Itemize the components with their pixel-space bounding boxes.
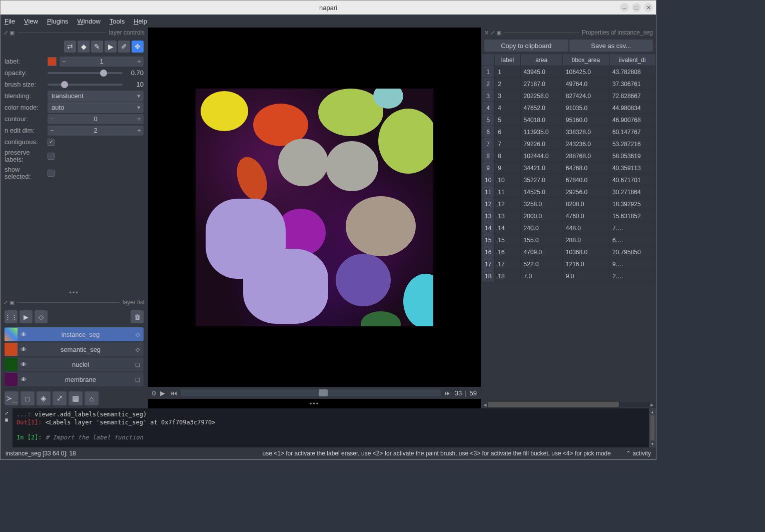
layer-item-semantic_seg[interactable]: 👁 semantic_seg ◇ xyxy=(5,342,144,356)
label-increment[interactable]: + xyxy=(135,58,144,65)
contiguous-label: contiguous: xyxy=(5,138,45,146)
layer-item-nuclei[interactable]: 👁 nuclei ▢ xyxy=(5,357,144,371)
blending-select[interactable]: translucent xyxy=(48,91,144,102)
table-row[interactable]: 66113935.0338328.060.147767 xyxy=(482,126,656,138)
table-header[interactable] xyxy=(482,54,495,66)
shuffle-colors-button[interactable]: ⇄ xyxy=(64,41,76,53)
table-row[interactable]: 111114525.029256.030.271864 xyxy=(482,186,656,198)
close-button[interactable]: ✕ xyxy=(644,3,653,12)
label-label: label: xyxy=(5,58,45,65)
grid-button[interactable]: ▦ xyxy=(69,391,83,405)
dock-float-icon[interactable]: ▣ xyxy=(5,417,8,422)
menu-plugins[interactable]: Plugins xyxy=(47,18,69,25)
menu-file[interactable]: File xyxy=(5,18,15,25)
dock-undock-icon[interactable]: ⤢ ▣ xyxy=(4,299,15,306)
label-spinner[interactable]: − 1 + xyxy=(60,57,144,67)
colormode-select[interactable]: auto xyxy=(48,102,144,113)
menu-view[interactable]: View xyxy=(24,18,38,25)
menu-tools[interactable]: Tools xyxy=(110,18,125,25)
delete-layer-button[interactable]: 🗑 xyxy=(131,310,144,323)
table-row[interactable]: 18187.09.02.… xyxy=(482,270,656,282)
visibility-toggle-icon[interactable]: 👁 xyxy=(18,376,30,383)
label-decrement[interactable]: − xyxy=(60,58,69,65)
new-points-button[interactable]: ⋮⋮ xyxy=(5,310,18,323)
table-header[interactable]: iivalent_di xyxy=(609,54,655,66)
table-row[interactable]: 16164709.010368.020.795850 xyxy=(482,246,656,258)
table-row[interactable]: 2227187.049764.037.306761 xyxy=(482,78,656,90)
ndisplay-button[interactable]: □ xyxy=(21,391,35,405)
preserve-checkbox[interactable] xyxy=(48,153,55,160)
minimize-button[interactable]: – xyxy=(620,3,629,12)
table-row[interactable]: 33202258.0827424.072.828667 xyxy=(482,90,656,102)
brush-slider[interactable] xyxy=(48,80,123,90)
panel-drag-handle[interactable]: ••• xyxy=(1,288,148,297)
nedit-spinner[interactable]: − 2 + xyxy=(48,126,144,136)
picker-button[interactable]: ✐ xyxy=(118,41,130,53)
roll-dims-button[interactable]: ◈ xyxy=(37,391,51,405)
visibility-toggle-icon[interactable]: 👁 xyxy=(18,331,30,338)
layer-type-icon: ◇ xyxy=(132,346,144,353)
new-labels-button[interactable]: ◇ xyxy=(35,310,48,323)
table-row[interactable]: 1515155.0288.06.… xyxy=(482,234,656,246)
table-header[interactable]: bbox_area xyxy=(562,54,609,66)
properties-table[interactable]: labelareabbox_areaiivalent_di1143945.010… xyxy=(481,54,656,400)
console-toggle-button[interactable]: ≻_ xyxy=(5,391,19,405)
table-row[interactable]: 1414240.0448.07.… xyxy=(482,222,656,234)
statusbar: instance_seg [33 64 0]: 18 use <1> for a… xyxy=(1,447,656,459)
layer-type-icon: ▢ xyxy=(132,376,144,383)
new-shapes-button[interactable]: ▶ xyxy=(20,310,33,323)
table-row[interactable]: 13132000.04760.015.631852 xyxy=(482,210,656,222)
table-row[interactable]: 7779226.0243236.053.287216 xyxy=(482,138,656,150)
fill-button[interactable]: ▶ xyxy=(105,41,117,53)
viewer-canvas[interactable] xyxy=(148,28,481,387)
panzoom-button[interactable]: ✥ xyxy=(132,41,144,53)
paintbrush-button[interactable]: ✎ xyxy=(91,41,103,53)
table-row[interactable]: 12123258.08208.018.392925 xyxy=(482,198,656,210)
scroll-up-icon[interactable]: ▴ xyxy=(651,409,653,414)
step-fwd-button[interactable]: ⏭ xyxy=(444,389,452,397)
save-csv-button[interactable]: Save as csv... xyxy=(569,40,653,52)
menu-window[interactable]: Window xyxy=(78,18,101,25)
dock-close-icon[interactable]: ✕ ⤢ ▣ xyxy=(484,30,501,36)
table-header[interactable]: label xyxy=(495,54,520,66)
table-row[interactable]: 101035227.067840.040.671701 xyxy=(482,174,656,186)
layer-item-membrane[interactable]: 👁 membrane ▢ xyxy=(5,372,144,386)
table-row[interactable]: 5554018.095160.046.900768 xyxy=(482,114,656,126)
activity-indicator[interactable]: ⌃ activity xyxy=(626,450,651,457)
eraser-button[interactable]: ◆ xyxy=(78,41,90,53)
preserve-label: preserve labels: xyxy=(5,149,45,163)
menu-help[interactable]: Help xyxy=(134,18,147,25)
play-button[interactable]: ▶ xyxy=(159,389,167,397)
scroll-down-icon[interactable]: ▾ xyxy=(651,441,653,446)
properties-title: Properties of instance_seg xyxy=(582,29,653,36)
showsel-checkbox[interactable] xyxy=(48,170,55,177)
table-horizontal-scrollbar[interactable]: ◂ ▸ xyxy=(481,400,656,408)
label-color-swatch[interactable] xyxy=(48,57,57,66)
table-row[interactable]: 9934421.064768.040.359113 xyxy=(482,162,656,174)
table-row[interactable]: 4447652.091035.044.980834 xyxy=(482,102,656,114)
table-header[interactable]: area xyxy=(520,54,562,66)
ipython-console[interactable]: ⤢ ▣ ...: viewer.add_labels(semantic_seg)… xyxy=(1,408,656,447)
contour-label: contour: xyxy=(5,115,45,123)
copy-clipboard-button[interactable]: Copy to clipboard xyxy=(484,40,568,52)
visibility-toggle-icon[interactable]: 👁 xyxy=(18,361,30,368)
contiguous-checkbox[interactable]: ✓ xyxy=(48,139,55,146)
visibility-toggle-icon[interactable]: 👁 xyxy=(18,346,30,353)
opacity-slider[interactable] xyxy=(48,68,123,78)
table-row[interactable]: 1143945.0106425.043.782808 xyxy=(482,66,656,78)
layer-item-instance_seg[interactable]: 👁 instance_seg ◇ xyxy=(5,327,144,341)
maximize-button[interactable]: □ xyxy=(632,3,641,12)
layer-name-label: instance_seg xyxy=(30,331,132,338)
brush-value: 10 xyxy=(126,81,144,88)
canvas-drag-handle[interactable]: ••• xyxy=(148,399,481,408)
contour-spinner[interactable]: − 0 + xyxy=(48,114,144,124)
step-back-button[interactable]: ⏮ xyxy=(170,389,178,397)
blending-label: blending: xyxy=(5,92,45,100)
dock-undock-icon[interactable]: ⤢ xyxy=(5,410,9,416)
table-row[interactable]: 88102444.0288768.058.053619 xyxy=(482,150,656,162)
home-button[interactable]: ⌂ xyxy=(85,391,99,405)
transpose-button[interactable]: ⤢ xyxy=(53,391,67,405)
dim-slider[interactable] xyxy=(181,389,440,396)
table-row[interactable]: 1717522.01216.09.… xyxy=(482,258,656,270)
dock-undock-icon[interactable]: ⤢ ▣ xyxy=(4,30,15,36)
